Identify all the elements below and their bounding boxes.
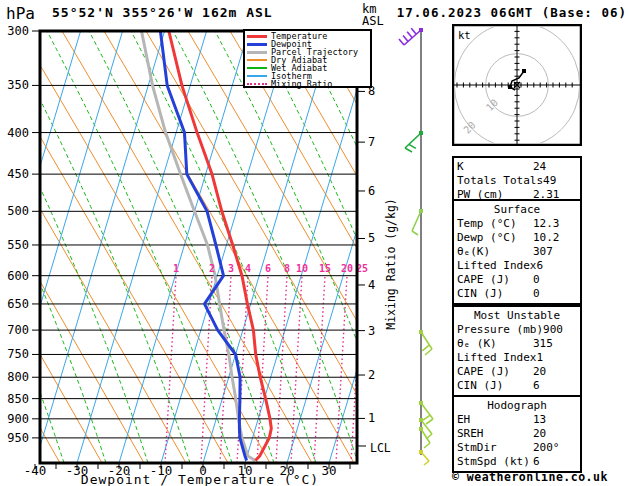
pressure-tick-label: 500 [7,204,29,218]
table-section-title: Surface [457,203,577,217]
table-row-label: Lifted Index [457,351,536,365]
table-row-value: 200° [533,441,577,455]
mixing-ratio-axis-label: Mixing Ratio (g/kg) [384,173,398,355]
table-row: Temp (°C)12.3 [457,217,577,231]
legend-label: Mixing Ratio [271,80,332,88]
table-row: Pressure (mb)900 [457,323,577,337]
mixing-ratio-label: 15 [319,263,331,274]
wind-barb [419,450,429,465]
table-row: StmSpd (kt)6 [457,455,577,469]
altitude-tick-label: 5 [368,231,375,245]
mixing-ratio-label: 8 [284,263,290,274]
lcl-label: LCL [370,441,391,455]
table-row-value: 6 [536,259,580,273]
pressure-tick-label: 650 [7,297,29,311]
altitude-tick-label: 7 [368,135,375,149]
table-row-label: StmSpd (kt) [457,455,533,469]
pressure-tick-label: 550 [7,238,29,252]
table-row-label: Totals Totals [457,174,543,188]
table-row-label: SREH [457,427,533,441]
table-row-label: EH [457,413,533,427]
legend-swatch [247,43,267,46]
table-section-title: Hodograph [457,399,577,413]
table-section-title: Most Unstable [457,309,577,323]
pressure-tick-label: 450 [7,167,29,181]
table-row: SREH20 [457,427,577,441]
table-row: θₑ(K)307 [457,245,577,259]
table-hodograph: HodographEH13SREH20StmDir200°StmSpd (kt)… [452,395,582,473]
altitude-tick-label: 3 [368,324,375,338]
table-row-label: Temp (°C) [457,217,533,231]
altitude-tick-label: 6 [368,184,375,198]
pressure-tick-label: 350 [7,78,29,92]
table-row-value: 0 [533,287,577,301]
table-row: EH13 [457,413,577,427]
legend-swatch [247,35,267,38]
altitude-tick-label: 4 [368,278,375,292]
table-row-label: θₑ (K) [457,337,533,351]
pressure-tick-label: 800 [7,370,29,384]
table-row-label: Lifted Index [457,259,536,273]
skewt-sounding-page: hPa 55°52'N 355°26'W 162m ASL km ASL 17.… [0,0,629,486]
table-row-label: θₑ(K) [457,245,533,259]
table-row: StmDir200° [457,441,577,455]
hodograph: 102030kt [452,24,582,146]
mixing-ratio-label: 10 [296,263,308,274]
pressure-tick-label: 300 [7,24,29,38]
legend-swatch [247,67,267,69]
pressure-tick-label: 400 [7,126,29,140]
mixing-ratio-label: 6 [265,263,271,274]
table-row-value: 20 [533,365,577,379]
table-row-value: 6 [533,455,577,469]
table-row-value: 1 [536,351,580,365]
hodograph-trace-dot [508,85,512,89]
table-surface: SurfaceTemp (°C)12.3Dewp (°C)10.2θₑ(K)30… [452,199,582,305]
mixing-ratio-label: 20 [341,263,353,274]
legend-swatch [247,75,267,77]
parcel-trajectory-curve [142,31,256,461]
table-row: θₑ (K)315 [457,337,577,351]
pressure-tick-label: 600 [7,269,29,283]
table-row: CIN (J)0 [457,287,577,301]
hodograph-unit-label: kt [458,29,471,41]
table-row: Dewp (°C)10.2 [457,231,577,245]
pressure-tick-label: 750 [7,347,29,361]
pressure-tick-label: 900 [7,412,29,426]
x-axis-label: Dewpoint / Temperature (°C) [40,472,360,486]
legend-box: TemperatureDewpointParcel TrajectoryDry … [243,29,372,88]
table-row-label: CAPE (J) [457,365,533,379]
pressure-tick-label: 850 [7,392,29,406]
table-most-unstable: Most UnstablePressure (mb)900θₑ (K)315Li… [452,305,582,397]
table-row-label: K [457,160,533,174]
legend-swatch [247,51,267,54]
wind-barb [405,131,423,152]
table-row: CAPE (J)0 [457,273,577,287]
table-row-value: 49 [543,174,587,188]
table-row-value: 20 [533,427,577,441]
table-row-value: 24 [533,160,577,174]
table-row-label: StmDir [457,441,533,455]
table-row-value: 10.2 [533,231,577,245]
legend-item: Mixing Ratio [247,80,368,88]
table-row: CIN (J)6 [457,379,577,393]
table-row-value: 900 [543,323,587,337]
table-row: Lifted Index1 [457,351,577,365]
pressure-axis: 3003504004505005506006507007508008509009… [7,24,40,445]
mixing-ratio-label: 3 [228,263,234,274]
table-row-value: 0 [533,273,577,287]
mixing-ratio-labels: 12346810152025 [173,263,368,274]
wind-barb [399,28,423,45]
table-row-value: 315 [533,337,577,351]
mixing-ratio-label: 4 [245,263,251,274]
legend-swatch [247,59,267,61]
table-row: Lifted Index6 [457,259,577,273]
table-row-value: 13 [533,413,577,427]
wind-barb-column [399,28,433,465]
altitude-tick-label: 2 [368,368,375,382]
table-row-label: CIN (J) [457,287,533,301]
altitude-tick-label: 1 [368,411,375,425]
pressure-tick-label: 700 [7,323,29,337]
table-row-label: Dewp (°C) [457,231,533,245]
table-row: Totals Totals49 [457,174,577,188]
pressure-tick-label: 950 [7,431,29,445]
